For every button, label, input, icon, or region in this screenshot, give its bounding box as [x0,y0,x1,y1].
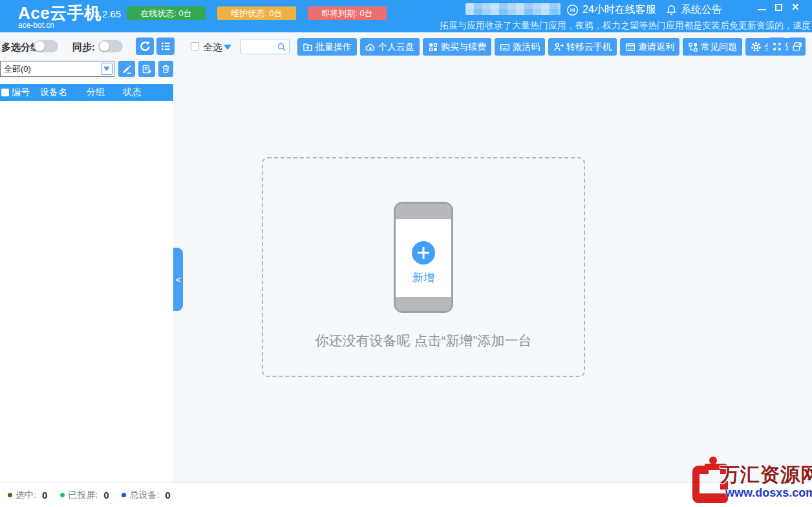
system-announcement-label: 系统公告 [681,3,722,17]
add-device-label: 新增 [412,270,434,285]
status-label: 总设备: [129,490,159,501]
maximize-button[interactable] [775,4,782,11]
group-filter-dropdown-button[interactable] [101,63,112,75]
search-box [240,39,290,54]
customer-service-button[interactable]: HI 24小时在线客服 [566,3,656,17]
column-status: 状态 [123,87,141,98]
add-document-icon [142,64,152,74]
bell-icon [666,5,677,16]
select-all-dropdown-caret[interactable] [224,45,231,50]
transfer-cloud-phone-button[interactable]: 转移云手机 [548,38,617,56]
window-controls: ✕ [758,0,800,14]
status-total-devices: 总设备: 0 [122,490,170,501]
app-site: ace-bot.cn [18,21,54,30]
button-label: 个人云盘 [378,41,414,53]
invite-rebate-icon: </> [625,42,636,52]
status-badge-online: 在线状态: 0台 [127,6,206,20]
site-watermark: 万汇资源网 www.dosxs.com [687,453,812,507]
status-label: 已投屏: [68,490,98,501]
edit-group-button[interactable] [118,61,135,77]
phone-top-bar [396,204,451,219]
delete-group-button[interactable] [158,61,173,77]
collapse-arrow-icon: < [176,275,181,285]
button-label: 邀请返利 [638,41,674,53]
list-settings-icon [160,41,171,52]
svg-text:HI: HI [570,7,575,13]
column-group: 分组 [87,87,105,98]
refresh-button[interactable] [136,38,154,55]
minimize-button[interactable] [758,9,766,10]
phone-bottom-bar [396,297,451,311]
title-bar: Ace云手机 v3.2.65 ace-bot.cn 在线状态: 0台 维护状态:… [0,0,812,32]
customer-service-label: 24小时在线客服 [582,3,656,17]
header-checkbox[interactable] [1,89,9,96]
invite-rebate-button[interactable]: </> 邀请返利 [620,38,679,56]
watermark-site-name: 万汇资源网 [720,462,812,488]
global-settings-icon [751,41,762,52]
empty-state-hint: 你还没有设备呢 点击“新增”添加一台 [263,332,584,350]
sync-label: 同步: [72,41,95,54]
refresh-icon [140,41,151,52]
device-list-panel: 编号 设备名 分组 状态 [0,79,173,482]
sync-toggle[interactable] [98,40,123,52]
group-filter-value: 全部(0) [1,63,101,75]
select-all-label: 全选 [203,41,222,54]
window-layout-button[interactable] [788,38,806,55]
trash-icon [161,64,171,74]
censored-account-info [465,3,561,15]
toolbar-buttons: 批量操作 个人云盘 购买与续费 激活码 转移 [297,38,806,56]
activation-code-icon [500,42,510,52]
search-icon[interactable] [277,42,286,52]
total-dot-icon [122,493,126,497]
status-value: 0 [103,490,109,501]
selected-dot-icon [8,493,12,497]
watermark-site-url: www.dosxs.com [725,486,812,500]
select-all-checkbox[interactable] [191,42,199,50]
purchase-icon [428,42,438,52]
hi-service-icon: HI [566,4,579,16]
button-label: 购买与续费 [441,41,486,53]
search-input[interactable] [241,42,277,52]
expand-icon [772,41,782,52]
status-value: 0 [42,490,47,501]
add-group-button[interactable] [138,61,155,77]
window-layout-icon [792,41,802,52]
chevron-down-icon [103,67,110,71]
personal-cloud-button[interactable]: 个人云盘 [360,38,420,56]
plus-icon[interactable] [412,241,435,264]
toggle-knob [100,41,109,51]
toggle-knob [35,41,45,51]
faq-button[interactable]: 常见问题 [683,38,742,56]
phone-illustration: 新增 [394,202,453,313]
announcement-marquee: 拓展与应用收录了大量热门应用，夜鸦，权力之望等热门应用都是安装后免更新资源的，速… [440,20,812,32]
purchase-renew-button[interactable]: 购买与续费 [423,38,491,56]
column-device-name: 设备名 [40,87,67,98]
button-label: 转移云手机 [566,41,612,53]
empty-state-container: 新增 你还没有设备呢 点击“新增”添加一台 [262,157,585,377]
group-config-button[interactable] [156,38,175,55]
status-badge-maintenance: 维护状态: 0台 [217,6,296,20]
app-version: v3.2.65 [89,8,121,19]
button-label: 常见问题 [701,41,737,53]
personal-cloud-icon [365,42,376,52]
pencil-icon [122,64,132,74]
close-button[interactable]: ✕ [791,1,800,13]
group-filter-select[interactable]: 全部(0) [0,61,114,77]
svg-text:</>: </> [628,46,633,50]
activation-code-button[interactable]: 激活码 [495,38,545,56]
button-label: 激活码 [513,41,540,53]
status-label: 选中: [16,490,36,501]
batch-operation-button[interactable]: 批量操作 [297,38,357,56]
status-badge-expiring: 即将到期: 0台 [308,6,387,20]
faq-icon [688,42,698,52]
sidebar-collapse-handle[interactable]: < [173,248,183,311]
casting-dot-icon [60,493,65,497]
multi-select-group-toggle[interactable] [34,40,58,52]
device-table-header: 编号 设备名 分组 状态 [0,84,173,101]
fullscreen-button[interactable] [768,38,785,55]
system-announcement-button[interactable]: 系统公告 [666,3,722,17]
button-label: 批量操作 [315,41,352,53]
add-device-button[interactable]: 新增 [396,241,451,285]
status-value: 0 [165,490,170,501]
column-number: 编号 [12,87,30,98]
